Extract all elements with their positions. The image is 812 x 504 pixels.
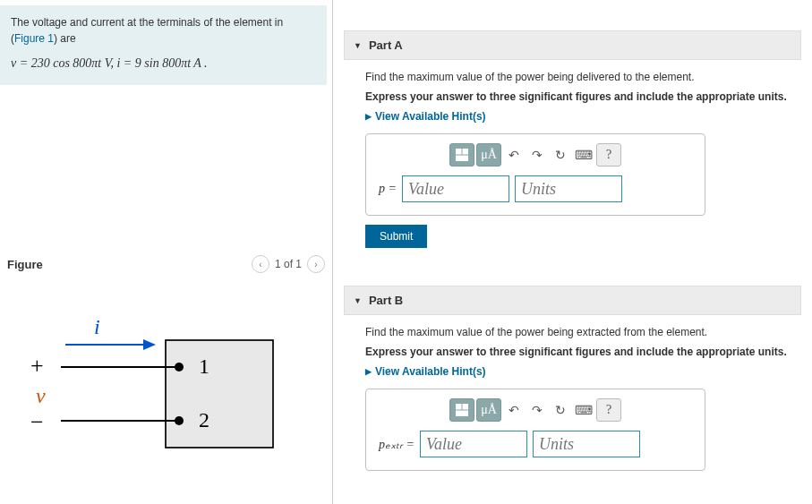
intro-text-post: ) are bbox=[54, 32, 76, 45]
right-panel: ▼ Part A Find the maximum value of the p… bbox=[333, 0, 812, 504]
template-button[interactable] bbox=[449, 398, 474, 422]
figure-pager: ‹ 1 of 1 › bbox=[252, 255, 325, 273]
svg-point-4 bbox=[175, 416, 184, 425]
label-minus: − bbox=[30, 409, 44, 435]
part-a-value-input[interactable] bbox=[402, 175, 509, 202]
part-b-prompt: Find the maximum value of the power bein… bbox=[365, 326, 794, 338]
left-panel: The voltage and current at the terminals… bbox=[0, 0, 333, 504]
figure-title: Figure bbox=[7, 258, 43, 271]
part-a-header[interactable]: ▼ Part A bbox=[344, 30, 801, 60]
part-b-answer-box: μÅ ↶ ↷ ↻ ⌨ ? pₑₓₜᵣ = bbox=[365, 389, 705, 471]
label-plus: + bbox=[30, 353, 44, 379]
template-button[interactable] bbox=[449, 143, 474, 167]
hints-label: View Available Hint(s) bbox=[375, 365, 486, 378]
label-terminal-2: 2 bbox=[199, 408, 209, 431]
part-a-instructions: Express your answer to three significant… bbox=[365, 90, 794, 103]
part-b-toolbar: μÅ ↶ ↷ ↻ ⌨ ? bbox=[379, 398, 692, 422]
part-a-input-row: p = bbox=[379, 175, 692, 202]
reset-button[interactable]: ↻ bbox=[550, 398, 571, 422]
svg-marker-6 bbox=[143, 339, 156, 350]
svg-rect-12 bbox=[456, 411, 468, 416]
keyboard-button[interactable]: ⌨ bbox=[573, 143, 594, 167]
undo-button[interactable]: ↶ bbox=[503, 398, 525, 422]
redo-button[interactable]: ↷ bbox=[526, 398, 548, 422]
svg-rect-7 bbox=[456, 149, 461, 154]
figure-header: Figure ‹ 1 of 1 › bbox=[0, 255, 332, 273]
template-icon bbox=[456, 404, 468, 416]
undo-button[interactable]: ↶ bbox=[503, 143, 525, 167]
svg-rect-10 bbox=[456, 404, 461, 409]
svg-rect-9 bbox=[456, 156, 468, 161]
equations: v = 230 cos 800πt V, i = 9 sin 800πt A . bbox=[11, 54, 316, 73]
part-b-title: Part B bbox=[369, 294, 403, 307]
part-a-title: Part A bbox=[369, 38, 403, 52]
svg-rect-11 bbox=[463, 404, 468, 409]
svg-rect-8 bbox=[463, 149, 468, 154]
figure-link[interactable]: Figure 1 bbox=[14, 32, 54, 45]
svg-rect-0 bbox=[166, 340, 273, 448]
part-b-input-row: pₑₓₜᵣ = bbox=[379, 431, 692, 457]
label-i: i bbox=[94, 315, 100, 338]
chevron-down-icon: ▼ bbox=[354, 41, 362, 50]
part-b-header[interactable]: ▼ Part B bbox=[344, 286, 801, 315]
part-a-hints-toggle[interactable]: ▶ View Available Hint(s) bbox=[365, 110, 794, 123]
hints-label: View Available Hint(s) bbox=[375, 110, 486, 123]
part-b: ▼ Part B Find the maximum value of the p… bbox=[344, 286, 801, 478]
part-b-value-input[interactable] bbox=[420, 431, 527, 457]
part-a-submit-button[interactable]: Submit bbox=[365, 225, 427, 248]
chevron-down-icon: ▼ bbox=[354, 296, 362, 305]
chevron-right-icon: ▶ bbox=[365, 367, 372, 376]
redo-button[interactable]: ↷ bbox=[526, 143, 548, 167]
help-button[interactable]: ? bbox=[596, 143, 621, 167]
reset-button[interactable]: ↻ bbox=[550, 143, 571, 167]
figure-next-button[interactable]: › bbox=[307, 255, 325, 273]
circuit-figure: i + v − 1 2 bbox=[9, 309, 304, 470]
part-a: ▼ Part A Find the maximum value of the p… bbox=[344, 30, 801, 255]
part-a-toolbar: μÅ ↶ ↷ ↻ ⌨ ? bbox=[379, 143, 692, 167]
part-b-lhs: pₑₓₜᵣ = bbox=[379, 437, 415, 452]
part-b-units-input[interactable] bbox=[533, 431, 640, 457]
figure-prev-button[interactable]: ‹ bbox=[252, 255, 269, 273]
part-a-units-input[interactable] bbox=[515, 175, 622, 202]
chevron-right-icon: ▶ bbox=[365, 112, 372, 121]
part-a-body: Find the maximum value of the power bein… bbox=[344, 60, 801, 255]
units-button[interactable]: μÅ bbox=[476, 398, 501, 422]
part-a-lhs: p = bbox=[379, 182, 397, 196]
label-terminal-1: 1 bbox=[199, 355, 209, 378]
svg-point-3 bbox=[175, 363, 184, 372]
part-b-hints-toggle[interactable]: ▶ View Available Hint(s) bbox=[365, 365, 794, 378]
units-button[interactable]: μÅ bbox=[476, 143, 501, 167]
problem-statement: The voltage and current at the terminals… bbox=[0, 5, 327, 85]
part-a-prompt: Find the maximum value of the power bein… bbox=[365, 71, 794, 83]
figure-page-count: 1 of 1 bbox=[275, 258, 302, 270]
part-a-answer-box: μÅ ↶ ↷ ↻ ⌨ ? p = bbox=[365, 133, 705, 216]
keyboard-button[interactable]: ⌨ bbox=[573, 398, 594, 422]
help-button[interactable]: ? bbox=[596, 398, 621, 422]
template-icon bbox=[456, 149, 468, 161]
label-v: v bbox=[36, 384, 46, 407]
part-b-instructions: Express your answer to three significant… bbox=[365, 346, 794, 358]
part-b-body: Find the maximum value of the power bein… bbox=[344, 315, 801, 478]
